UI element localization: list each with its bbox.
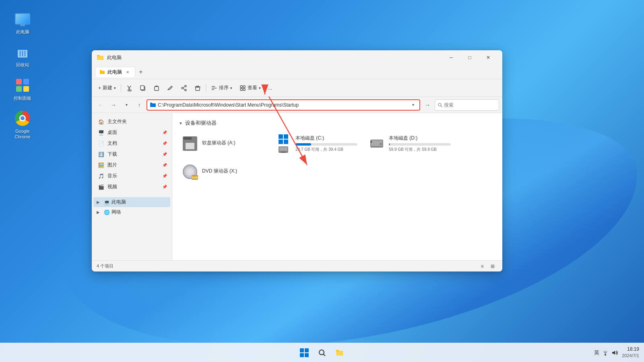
cut-button[interactable]: [123, 82, 136, 95]
desktop-icon-chrome[interactable]: Google Chrome: [8, 107, 37, 142]
grid-view-button[interactable]: ⊞: [488, 261, 497, 271]
toolbar: + 新建 ▾: [92, 79, 502, 97]
taskbar-clock: 18:19 2024/7/1: [622, 346, 639, 359]
control-panel-icon: [14, 77, 31, 94]
svg-point-29: [438, 103, 441, 106]
taskbar-search-button[interactable]: [314, 345, 330, 361]
section-header-devices[interactable]: ▼ 设备和驱动器: [179, 119, 496, 127]
svg-rect-12: [155, 86, 159, 90]
status-item-count: 4 个项目: [97, 263, 114, 269]
address-dropdown-btn[interactable]: ▾: [409, 100, 417, 110]
sidebar-item-desktop[interactable]: 🖥️ 桌面 📌: [93, 127, 170, 138]
tab-this-pc[interactable]: 此电脑 ✕: [95, 67, 135, 77]
c-drive-space: 29.7 GB 可用，共 39.4 GB: [295, 147, 357, 152]
svg-line-18: [183, 88, 185, 90]
recycle-bin-icon: [14, 43, 31, 60]
svg-point-16: [185, 89, 186, 91]
view-dropdown-icon: ▾: [259, 86, 261, 90]
drive-dvd[interactable]: DVD DVD 驱动器 (X:): [179, 160, 267, 183]
start-button[interactable]: [296, 345, 312, 361]
address-bar-row: ← → ▾ ↑ C:\ProgramData\Microsoft\Windows…: [92, 97, 502, 113]
this-pc-label: 此电脑: [16, 29, 29, 35]
tab-label: 此电脑: [107, 69, 122, 76]
drive-floppy[interactable]: 软盘驱动器 (A:): [179, 132, 267, 156]
dvd-icon: DVD: [182, 164, 198, 180]
sidebar-item-pictures[interactable]: 🖼️ 图片 📌: [93, 160, 170, 171]
downloads-icon: ⬇️: [98, 152, 104, 157]
floppy-icon: [182, 136, 198, 152]
svg-line-42: [323, 354, 325, 356]
videos-icon: 🎬: [98, 184, 104, 190]
taskbar: 英 18:19 2024/7/1: [0, 343, 644, 362]
svg-rect-11: [140, 86, 144, 90]
maximize-button[interactable]: □: [460, 50, 479, 65]
music-icon: 🎵: [98, 173, 104, 179]
separator-1: [121, 84, 121, 92]
c-drive-icon: [275, 136, 291, 152]
section-collapse-icon: ▼: [179, 121, 183, 125]
folder-icon: 💻: [104, 200, 110, 205]
recent-locations-button[interactable]: ▾: [121, 99, 132, 111]
address-text: C:\ProgramData\Microsoft\Windows\Start M…: [158, 102, 407, 108]
minimize-button[interactable]: ─: [442, 50, 460, 65]
c-drive-bar-fill: [295, 143, 311, 146]
svg-rect-37: [370, 141, 372, 143]
pin-icon: 📌: [162, 185, 167, 189]
computer-icon: [14, 10, 31, 27]
sidebar-group-network[interactable]: ▶ 🌐 网络: [93, 207, 170, 217]
svg-rect-28: [243, 88, 245, 90]
svg-point-14: [185, 85, 186, 87]
address-bar[interactable]: C:\ProgramData\Microsoft\Windows\Start M…: [147, 99, 420, 111]
svg-rect-7: [23, 79, 29, 84]
svg-rect-32: [279, 147, 287, 151]
copy-button[interactable]: [136, 82, 149, 95]
go-button[interactable]: →: [422, 99, 433, 111]
search-input[interactable]: [444, 102, 496, 108]
taskbar-file-explorer-button[interactable]: [332, 345, 348, 361]
sidebar-item-downloads[interactable]: ⬇️ 下载 📌: [93, 149, 170, 160]
rename-button[interactable]: [164, 82, 177, 95]
more-button[interactable]: ...: [265, 82, 275, 95]
floppy-info: 软盘驱动器 (A:): [202, 140, 264, 148]
search-icon: [318, 349, 326, 357]
svg-point-15: [182, 87, 183, 89]
paste-button[interactable]: [150, 82, 163, 95]
new-tab-button[interactable]: +: [135, 66, 147, 78]
list-view-button[interactable]: ≡: [477, 261, 487, 271]
desktop-icon-control-panel[interactable]: 控制面板: [8, 74, 37, 103]
svg-rect-33: [281, 152, 286, 153]
new-icon: +: [98, 85, 101, 91]
windows-logo-icon: [300, 348, 309, 357]
svg-line-30: [441, 105, 442, 107]
close-button[interactable]: ✕: [479, 50, 497, 65]
drive-c[interactable]: 本地磁盘 (C:) 29.7 GB 可用，共 39.4 GB: [272, 132, 361, 156]
language-indicator: 英: [594, 349, 599, 356]
drive-d[interactable]: 本地磁盘 (D:) 59.9 GB 可用，共 59.9 GB: [365, 132, 454, 156]
sidebar-item-videos[interactable]: 🎬 视频 📌: [93, 181, 170, 192]
sidebar-group-this-pc[interactable]: ▶ 💻 此电脑: [93, 197, 170, 207]
sidebar-item-docs[interactable]: 📄 文档 📌: [93, 138, 170, 149]
desktop-icon-recycle-bin[interactable]: 回收站: [8, 41, 37, 70]
tab-close-btn[interactable]: ✕: [124, 69, 131, 75]
back-button[interactable]: ←: [95, 99, 106, 111]
window-controls: ─ □ ✕: [442, 50, 497, 65]
title-bar: 此电脑 ─ □ ✕: [92, 50, 502, 65]
d-drive-icon: [369, 136, 385, 152]
sidebar-item-music[interactable]: 🎵 音乐 📌: [93, 171, 170, 181]
sidebar: 🏠 主文件夹 🖥️ 桌面 📌 📄 文档 📌 ⬇️ 下载 📌: [92, 113, 172, 260]
sidebar-item-home[interactable]: 🏠 主文件夹: [93, 116, 170, 127]
view-button[interactable]: 查看 ▾: [236, 82, 264, 95]
up-button[interactable]: ↑: [134, 99, 145, 111]
search-box[interactable]: [435, 99, 499, 111]
pin-icon: 📌: [162, 163, 167, 167]
control-panel-label: 控制面板: [14, 95, 31, 101]
new-button[interactable]: + 新建 ▾: [95, 82, 119, 95]
chrome-label: Google Chrome: [10, 128, 35, 140]
svg-rect-26: [243, 86, 245, 88]
sort-button[interactable]: 排序 ▾: [208, 82, 235, 95]
delete-button[interactable]: [191, 82, 204, 95]
desktop-icon-this-pc[interactable]: 此电脑: [8, 8, 37, 37]
separator-2: [206, 84, 206, 92]
share-button[interactable]: [178, 82, 190, 95]
forward-button[interactable]: →: [108, 99, 119, 111]
